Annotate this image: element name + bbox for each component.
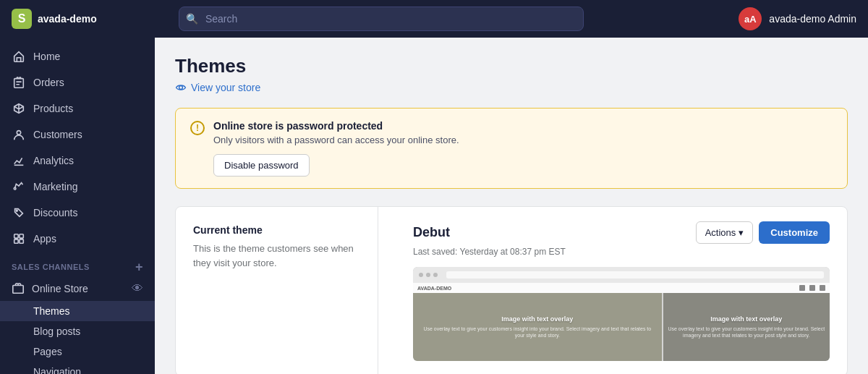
browser-dot-3 bbox=[433, 273, 438, 277]
current-theme-section: Current theme This is the theme customer… bbox=[175, 206, 848, 374]
preview-cart-icon bbox=[809, 285, 815, 291]
search-icon: 🔍 bbox=[186, 13, 198, 25]
password-alert: ! Online store is password protected Onl… bbox=[175, 108, 848, 189]
customize-button[interactable]: Customize bbox=[759, 221, 830, 244]
svg-rect-0 bbox=[14, 79, 24, 88]
sales-channels-section: SALES CHANNELS + bbox=[0, 252, 155, 276]
alert-icon: ! bbox=[190, 121, 205, 135]
sidebar-label-orders: Orders bbox=[33, 77, 64, 88]
sidebar-item-apps[interactable]: Apps bbox=[0, 226, 155, 252]
discounts-icon bbox=[12, 205, 26, 220]
sidebar-sub-item-blog-posts[interactable]: Blog posts bbox=[0, 321, 155, 341]
preview-subtext-2: Use overlay text to give your customers … bbox=[668, 326, 825, 339]
sidebar-label-analytics: Analytics bbox=[33, 155, 74, 166]
analytics-icon bbox=[12, 153, 26, 168]
preview-text-1: Image with text overlay bbox=[419, 315, 656, 324]
admin-name: avada-demo Admin bbox=[769, 13, 856, 25]
sidebar-item-home[interactable]: Home bbox=[0, 43, 155, 69]
chevron-down-icon: ▾ bbox=[739, 227, 744, 238]
svg-point-1 bbox=[17, 131, 20, 135]
theme-saved: Last saved: Yesterday at 08:37 pm EST bbox=[413, 247, 830, 257]
current-theme-description: Current theme This is the theme customer… bbox=[176, 207, 378, 374]
add-sales-channel-button[interactable]: + bbox=[135, 260, 143, 273]
page-title: Themes bbox=[175, 55, 848, 77]
alert-description: Only visitors with a password can access… bbox=[213, 135, 833, 145]
brand-logo[interactable]: S avada-demo bbox=[12, 9, 97, 29]
svg-rect-6 bbox=[14, 239, 18, 243]
preview-logo: AVADA-DEMO bbox=[417, 286, 451, 291]
sidebar-item-discounts[interactable]: Discounts bbox=[0, 200, 155, 226]
svg-point-2 bbox=[14, 187, 16, 190]
home-icon bbox=[12, 49, 26, 64]
theme-header: Debut Actions ▾ Customize bbox=[413, 221, 830, 244]
eye-icon[interactable]: 👁 bbox=[132, 282, 143, 295]
current-theme-desc: This is the theme customers see when the… bbox=[193, 242, 360, 270]
topbar-right: aA avada-demo Admin bbox=[739, 7, 856, 30]
preview-subtext-1: Use overlay text to give your customers … bbox=[419, 326, 656, 339]
search-input[interactable] bbox=[179, 7, 584, 31]
marketing-icon bbox=[12, 179, 26, 194]
search-bar: 🔍 bbox=[179, 7, 584, 31]
store-name: avada-demo bbox=[38, 13, 97, 25]
sidebar-item-marketing[interactable]: Marketing bbox=[0, 174, 155, 200]
avatar[interactable]: aA bbox=[739, 7, 762, 30]
orders-icon bbox=[12, 75, 26, 90]
view-store-link[interactable]: View your store bbox=[175, 82, 848, 93]
current-theme-detail: Debut Actions ▾ Customize Last saved: Ye… bbox=[396, 207, 847, 374]
sidebar-label-products: Products bbox=[33, 103, 73, 114]
online-store-label: Online Store bbox=[32, 283, 88, 294]
products-icon bbox=[12, 101, 26, 116]
sidebar-item-products[interactable]: Products bbox=[0, 95, 155, 122]
shopify-icon: S bbox=[12, 9, 32, 29]
sidebar-label-marketing: Marketing bbox=[33, 181, 77, 192]
preview-content-area: Image with text overlay Use overlay text… bbox=[413, 293, 830, 361]
svg-rect-7 bbox=[20, 239, 23, 243]
browser-dot-1 bbox=[419, 273, 423, 277]
alert-content: Online store is password protected Only … bbox=[213, 120, 833, 177]
sidebar-label-home: Home bbox=[33, 51, 60, 62]
preview-nav-bar: AVADA-DEMO bbox=[413, 283, 830, 293]
sidebar-item-orders[interactable]: Orders bbox=[0, 69, 155, 95]
preview-image-2: Image with text overlay Use overlay text… bbox=[663, 293, 830, 361]
sidebar: Home Orders Products bbox=[0, 38, 155, 374]
eye-link-icon bbox=[175, 82, 187, 93]
svg-rect-5 bbox=[20, 234, 23, 238]
preview-image-1: Image with text overlay Use overlay text… bbox=[413, 293, 662, 361]
sidebar-item-customers[interactable]: Customers bbox=[0, 122, 155, 148]
alert-title: Online store is password protected bbox=[213, 120, 833, 132]
svg-rect-8 bbox=[13, 286, 23, 294]
main-layout: Home Orders Products bbox=[0, 38, 868, 374]
sidebar-sub-item-navigation[interactable]: Navigation bbox=[0, 362, 155, 374]
browser-dot-2 bbox=[426, 273, 430, 277]
apps-icon bbox=[12, 231, 26, 246]
sidebar-label-apps: Apps bbox=[33, 233, 56, 245]
preview-search-icon bbox=[799, 285, 805, 291]
preview-menu-icon bbox=[820, 285, 825, 291]
sidebar-item-analytics[interactable]: Analytics bbox=[0, 148, 155, 174]
svg-point-3 bbox=[16, 210, 17, 211]
theme-name: Debut bbox=[413, 225, 450, 240]
sidebar-label-discounts: Discounts bbox=[33, 207, 77, 218]
current-theme-label: Current theme bbox=[193, 224, 360, 236]
preview-text-2: Image with text overlay bbox=[668, 315, 825, 324]
sidebar-item-online-store[interactable]: Online Store 👁 bbox=[0, 276, 155, 301]
svg-point-9 bbox=[179, 86, 183, 90]
main-content: Themes View your store ! Online store is… bbox=[155, 38, 868, 374]
disable-password-button[interactable]: Disable password bbox=[213, 154, 310, 177]
theme-actions: Actions ▾ Customize bbox=[696, 221, 830, 244]
sidebar-sub-item-themes[interactable]: Themes bbox=[0, 301, 155, 321]
customers-icon bbox=[12, 127, 26, 142]
theme-preview: AVADA-DEMO Image with text overlay Use o… bbox=[413, 267, 830, 361]
browser-url-bar bbox=[446, 271, 824, 279]
topbar: S avada-demo 🔍 aA avada-demo Admin bbox=[0, 0, 868, 38]
svg-rect-4 bbox=[14, 234, 18, 238]
actions-button[interactable]: Actions ▾ bbox=[696, 221, 754, 244]
sidebar-sub-item-pages[interactable]: Pages bbox=[0, 341, 155, 362]
online-store-icon bbox=[12, 282, 25, 295]
preview-browser-bar bbox=[413, 267, 830, 283]
sidebar-label-customers: Customers bbox=[33, 129, 82, 140]
